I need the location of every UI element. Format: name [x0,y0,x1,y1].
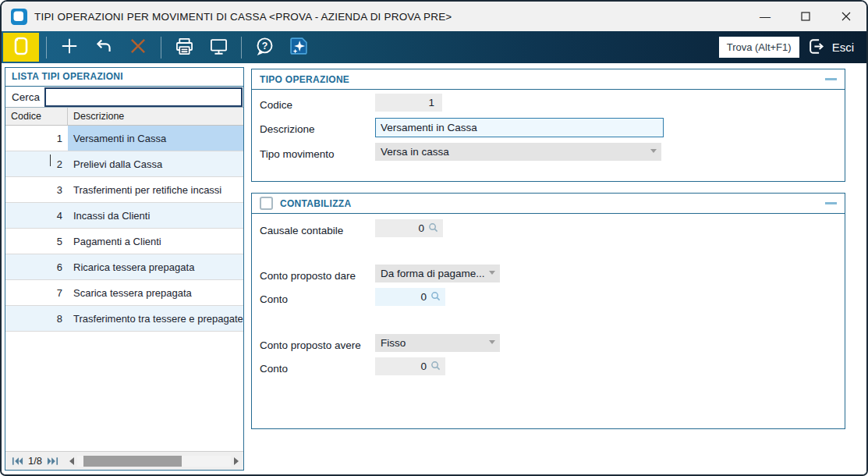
undo-button[interactable] [88,33,119,62]
add-button[interactable] [54,33,85,62]
section-title: TIPO OPERAZIONE [260,74,349,85]
column-header-codice[interactable]: Codice [5,108,68,125]
chevron-down-icon [650,149,657,153]
conto-avere-field[interactable]: 0 [375,357,445,375]
horizontal-scrollbar[interactable] [66,454,242,468]
pagination-bar: 1/8 [5,451,243,470]
trova-button[interactable]: Trova (Alt+F1) [719,37,799,58]
scroll-right-icon[interactable] [231,457,242,465]
sparkle-icon [288,35,310,59]
x-delete-icon [128,36,148,59]
conto-proposto-avere-dropdown[interactable]: Fisso [375,334,500,352]
assistant-button[interactable] [283,33,314,62]
table-row[interactable]: 5 Pagamenti a Clienti [5,229,243,254]
help-icon: ? [254,36,275,59]
list-panel-title: LISTA TIPI OPERAZIONI [5,68,243,87]
list-panel: LISTA TIPI OPERAZIONI Cerca Codice Descr… [5,67,244,471]
dare-field-wrap: Da forma di pagame... [375,265,500,282]
row-descrizione: Scarica tessera prepagata [68,280,243,305]
table-row[interactable]: 6 Ricarica tessera prepagata [5,254,243,280]
maximize-button[interactable] [785,2,826,31]
esci-label: Esci [832,41,854,54]
table-row[interactable]: 1 Versamenti in Cassa [5,126,243,151]
scroll-left-icon[interactable] [66,457,77,465]
causale-field-wrap: 0 [375,219,443,237]
dropdown-value: Fisso [381,337,406,349]
conto-dare-field-wrap: 0 [375,288,445,306]
row-codice: 1 [5,126,68,151]
row-codice: 8 [5,306,68,331]
column-header-descrizione[interactable]: Descrizione [68,108,243,125]
esci-button[interactable]: Esci [807,37,859,59]
undo-arrow-icon [94,36,114,59]
causale-field[interactable]: 0 [375,219,443,237]
exit-icon [807,37,827,59]
search-lookup-icon[interactable] [428,222,438,235]
row-codice: 6 [5,254,68,279]
svg-text:?: ? [261,40,267,51]
row-codice: 2 [5,151,68,176]
monitor-icon [208,36,229,59]
toolbar-separator [241,37,242,59]
search-lookup-icon[interactable] [430,361,441,373]
menu-logo-button[interactable] [3,33,39,62]
search-lookup-icon[interactable] [430,291,441,304]
conto-avere-label: Conto [260,363,288,375]
table-header: Codice Descrizione [5,108,243,126]
table-row[interactable]: 4 Incassi da Clienti [5,203,243,229]
tipo-movimento-dropdown[interactable]: Versa in cassa [375,143,661,161]
main-content: LISTA TIPI OPERAZIONI Cerca Codice Descr… [2,63,866,474]
row-codice: 7 [5,280,68,305]
conto-avere-value: 0 [420,361,427,372]
dropdown-value: Da forma di pagame... [381,268,485,279]
plus-icon [59,36,80,59]
last-page-icon[interactable] [47,456,58,466]
section-contabilizza: CONTABILIZZA Causale contabile 0 Conto p… [251,193,845,429]
window-title: TIPI OPERAZIONI PER MOVIMENTI DI CASSA <… [34,11,452,23]
tipo-movimento-field-wrap: Versa in cassa [375,143,661,161]
row-descrizione: Trasferimenti per retifiche incassi [68,177,243,202]
search-row: Cerca [5,87,243,108]
row-descrizione: Versamenti in Cassa [68,126,243,151]
search-caret [50,155,51,166]
app-window: TIPI OPERAZIONI PER MOVIMENTI DI CASSA <… [0,0,868,476]
section-header: CONTABILIZZA [252,194,845,214]
minimize-button[interactable]: — [745,2,785,31]
preview-button[interactable] [203,33,234,62]
row-descrizione: Prelievi dalla Cassa [68,151,243,176]
conto-dare-field[interactable]: 0 [375,288,445,306]
descrizione-input[interactable] [375,118,664,137]
title-bar: TIPI OPERAZIONI PER MOVIMENTI DI CASSA <… [2,2,866,31]
print-button[interactable] [168,33,200,62]
close-button[interactable] [826,2,866,31]
contabilizza-checkbox[interactable] [260,197,273,210]
collapse-icon[interactable] [825,202,837,204]
printer-icon [174,36,195,59]
conto-dare-label: Conto [260,293,288,305]
scrollbar-thumb[interactable] [83,456,182,467]
descrizione-label: Descrizione [260,123,315,135]
dropdown-value: Versa in cassa [381,146,449,158]
table-row[interactable]: 7 Scarica tessera prepagata [5,280,243,306]
first-page-icon[interactable] [12,456,23,466]
row-descrizione: Pagamenti a Clienti [68,229,243,254]
conto-avere-field-wrap: 0 [375,357,445,375]
search-input[interactable] [44,87,243,107]
toolbar-separator [161,37,161,59]
list-empty-area [5,332,243,451]
causale-value: 0 [418,222,424,234]
avere-field-wrap: Fisso [375,334,500,352]
row-codice: 5 [5,229,68,254]
help-button[interactable]: ? [249,33,280,62]
table-row[interactable]: 8 Trasferimento tra tessere e prepagate [5,306,243,332]
collapse-icon[interactable] [825,78,837,80]
table-row[interactable]: 3 Trasferimenti per retifiche incassi [5,177,243,203]
delete-button[interactable] [122,33,154,62]
codice-label: Codice [260,99,292,111]
scrollbar-track[interactable] [77,456,231,467]
conto-proposto-dare-dropdown[interactable]: Da forma di pagame... [375,265,500,282]
section-title: CONTABILIZZA [280,198,351,209]
table-row[interactable]: 2 Prelievi dalla Cassa [5,151,243,177]
section-header: TIPO OPERAZIONE [252,69,845,90]
section-tipo-operazione: TIPO OPERAZIONE Codice 1 Descrizione Tip… [251,69,845,182]
